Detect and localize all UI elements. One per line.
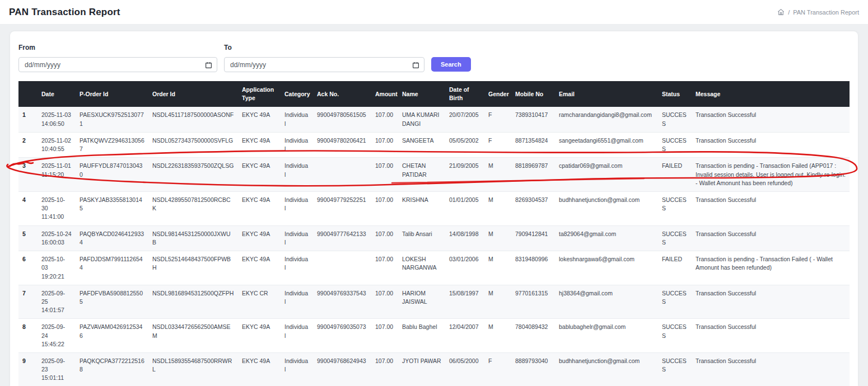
column-header-name: Name bbox=[398, 81, 445, 107]
cell-category: Individual bbox=[281, 251, 313, 285]
cell-category: Individual bbox=[281, 107, 313, 132]
calendar-icon[interactable] bbox=[412, 61, 419, 71]
cell-date-of-birth: 06/05/2000 bbox=[445, 353, 484, 386]
column-header-message: Message bbox=[692, 81, 850, 107]
cell-p-order-id: PATKQWVZ29463130567 bbox=[76, 132, 148, 157]
page: { "header": { "title": "PAN Transaction … bbox=[0, 0, 868, 386]
cell-row-index: 1 bbox=[18, 107, 38, 132]
cell-date-of-birth: 12/04/2007 bbox=[445, 319, 484, 353]
to-date-input[interactable] bbox=[224, 57, 424, 72]
breadcrumb-separator: / bbox=[788, 9, 790, 16]
column-header-amount: Amount bbox=[371, 81, 398, 107]
cell-order-id: NSDL98144531250000JXWUB bbox=[148, 225, 238, 251]
column-header-ack-no: Ack No. bbox=[313, 81, 371, 107]
filter-bar: From To bbox=[18, 44, 850, 72]
cell-gender: F bbox=[484, 353, 511, 386]
cell-application-type: EKYC 49A bbox=[238, 107, 281, 132]
cell-date: 2025-11-02 10:40:55 bbox=[38, 132, 76, 157]
cell-p-order-id: PAFDFVBA59088125505 bbox=[76, 285, 148, 319]
cell-status: SUCCESS bbox=[658, 285, 692, 319]
cell-application-type: EKYC 49A bbox=[238, 191, 281, 225]
cell-message: Transaction Successful bbox=[692, 191, 850, 225]
cell-row-index: 4 bbox=[18, 191, 38, 225]
cell-status: FAILED bbox=[658, 251, 692, 285]
breadcrumb-current: PAN Transaction Report bbox=[793, 9, 859, 16]
cell-mobile-no: 8818969787 bbox=[511, 158, 555, 192]
cell-mobile-no: 9770161315 bbox=[511, 285, 555, 319]
cell-application-type: EKYC 49A bbox=[238, 319, 281, 353]
report-card: From To bbox=[10, 31, 858, 386]
cell-application-type: EKYC CR bbox=[238, 285, 281, 319]
cell-date: 2025-09- 23 15:01:11 bbox=[38, 353, 76, 386]
cell-gender: M bbox=[484, 225, 511, 251]
cell-message: Transaction Successful bbox=[692, 107, 850, 132]
cell-category: Individual bbox=[281, 353, 313, 386]
cell-date: 2025-10- 03 19:20:21 bbox=[38, 251, 76, 285]
cell-name: KRISHNA bbox=[398, 191, 445, 225]
cell-date-of-birth: 21/09/2005 bbox=[445, 158, 484, 192]
cell-email: ramcharandangidangi8@gmail.com bbox=[555, 107, 658, 132]
cell-mobile-no: 8319480996 bbox=[511, 251, 555, 285]
table-row: 22025-11-02 10:40:55PATKQWVZ29463130567N… bbox=[18, 132, 850, 157]
breadcrumb: / PAN Transaction Report bbox=[777, 8, 859, 16]
cell-date: 2025-10-24 16:00:03 bbox=[38, 225, 76, 251]
cell-ack-no: 990049780206421 bbox=[313, 132, 371, 157]
search-button[interactable]: Search bbox=[431, 57, 471, 72]
cell-date-of-birth: 03/01/2006 bbox=[445, 251, 484, 285]
cell-amount: 107.00 bbox=[371, 285, 398, 319]
cell-application-type: EKYC 49A bbox=[238, 158, 281, 192]
cell-email: budhhanetjunction@gmail.com bbox=[555, 353, 658, 386]
cell-category: Individual bbox=[281, 319, 313, 353]
cell-p-order-id: PAESXUCK97525130771 bbox=[76, 107, 148, 132]
home-icon[interactable] bbox=[777, 8, 785, 16]
cell-p-order-id: PAQKQCPA37722125168 bbox=[76, 353, 148, 386]
cell-ack-no: 990049769035073 bbox=[313, 319, 371, 353]
cell-category: Individual bbox=[281, 132, 313, 157]
cell-name: LOKESH NARGANWA bbox=[398, 251, 445, 285]
cell-row-index: 8 bbox=[18, 319, 38, 353]
cell-email: budhhanetjunction@gmail.com bbox=[555, 191, 658, 225]
cell-order-id: NSDL42895507812500RCBCK bbox=[148, 191, 238, 225]
cell-name: SANGEETA bbox=[398, 132, 445, 157]
cell-amount: 107.00 bbox=[371, 132, 398, 157]
cell-email: cpatidar069@gmail.com bbox=[555, 158, 658, 192]
cell-status: SUCCESS bbox=[658, 353, 692, 386]
cell-date-of-birth: 15/08/1997 bbox=[445, 285, 484, 319]
cell-category: Individual bbox=[281, 191, 313, 225]
cell-date-of-birth: 05/05/2002 bbox=[445, 132, 484, 157]
cell-message: Transaction is pending - Transaction Fai… bbox=[692, 158, 850, 192]
cell-name: UMA KUMARI DANGI bbox=[398, 107, 445, 132]
table-row: 62025-10- 03 19:20:21PAFDJDSM79911126544… bbox=[18, 251, 850, 285]
cell-ack-no: 990049779252251 bbox=[313, 191, 371, 225]
column-header-p-order-id: P-Order Id bbox=[76, 81, 148, 107]
cell-order-id: NSDL15893554687500RRWRL bbox=[148, 353, 238, 386]
cell-category: Individual bbox=[281, 158, 313, 192]
cell-name: JYOTI PAWAR bbox=[398, 353, 445, 386]
cell-date-of-birth: 01/01/2005 bbox=[445, 191, 484, 225]
cell-ack-no: 990049777642133 bbox=[313, 225, 371, 251]
cell-message: Transaction Successful bbox=[692, 285, 850, 319]
cell-message: Transaction Successful bbox=[692, 132, 850, 157]
cell-p-order-id: PASKYJAB33558130145 bbox=[76, 191, 148, 225]
column-header-email: Email bbox=[555, 81, 658, 107]
cell-order-id: NSDL45117187500000ASONF bbox=[148, 107, 238, 132]
cell-category: Individual bbox=[281, 285, 313, 319]
cell-email: ta829064@gmail.com bbox=[555, 225, 658, 251]
cell-mobile-no: 8871354824 bbox=[511, 132, 555, 157]
cell-message: Transaction Successful bbox=[692, 319, 850, 353]
transactions-table: DateP-Order IdOrder IdApplication TypeCa… bbox=[18, 81, 850, 386]
table-row: 12025-11-03 14:06:50PAESXUCK97525130771N… bbox=[18, 107, 850, 132]
cell-amount: 107.00 bbox=[371, 191, 398, 225]
cell-gender: M bbox=[484, 251, 511, 285]
column-header-row-index bbox=[18, 81, 38, 107]
cell-message: Transaction is pending - Transaction Fai… bbox=[692, 251, 850, 285]
calendar-icon[interactable] bbox=[205, 61, 212, 71]
column-header-date-of-birth: Date of Birth bbox=[445, 81, 484, 107]
cell-order-id: NSDL05273437500000SVFLG bbox=[148, 132, 238, 157]
cell-date: 2025-10- 30 11:41:00 bbox=[38, 191, 76, 225]
cell-email: bablubaghelr@gmail.com bbox=[555, 319, 658, 353]
from-date-input[interactable] bbox=[18, 57, 217, 72]
cell-gender: F bbox=[484, 132, 511, 157]
table-row: 92025-09- 23 15:01:11PAQKQCPA37722125168… bbox=[18, 353, 850, 386]
cell-gender: M bbox=[484, 285, 511, 319]
